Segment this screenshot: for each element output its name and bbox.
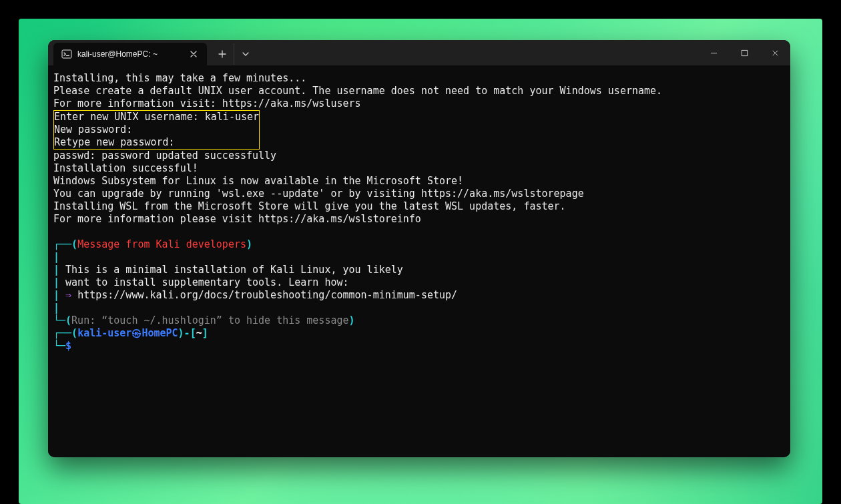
prompt-corner-icon: ┌──( [53,327,77,339]
kali-message-title: Message from Kali developers [77,238,246,250]
close-button[interactable] [760,40,790,65]
output-line: passwd: password updated successfully [53,150,276,162]
output-line: New password: [54,123,132,136]
svg-rect-0 [62,50,71,58]
output-line: Installation successful! [53,162,198,174]
output-line: For more information please visit https:… [53,213,421,225]
window-buttons [698,40,790,65]
kali-message-url: https://www.kali.org/docs/troubleshootin… [77,289,457,301]
output-line: Please create a default UNIX user accoun… [53,85,662,97]
box-side-icon: | [53,289,59,301]
box-side-icon: | [53,276,59,288]
kali-message-line: want to install supplementary tools. Lea… [65,276,348,288]
minimize-button[interactable] [698,40,729,65]
prompt-user: kali-user [77,327,131,339]
box-corner-icon: └─( [53,314,71,326]
kali-message-line: This is a minimal installation of Kali L… [65,264,403,276]
prompt-corner-icon: └─ [53,340,65,352]
desktop: kali-user@HomePC: ~ [0,0,841,504]
output-line: Installing, this may take a few minutes.… [53,72,306,84]
output-line: Enter new UNIX username: kali-user [54,111,259,123]
output-line: Installing WSL from the Microsoft Store … [53,200,566,212]
output-line: For more information visit: https://aka.… [53,97,361,109]
at-icon: ㉿ [131,327,142,339]
box-side-icon: | [53,251,59,263]
maximize-button[interactable] [729,40,760,65]
box-corner-icon: ┌──( [53,238,77,250]
cursor[interactable] [71,340,77,352]
tab-dropdown-button[interactable] [234,43,256,65]
tab-controls [211,40,256,65]
output-line: Windows Subsystem for Linux is now avail… [53,175,463,187]
output-line: Retype new password: [54,136,175,148]
tab-close-button[interactable] [187,47,200,61]
hushlogin-hint: Run: “touch ~/.hushlogin” to hide this m… [71,314,348,326]
terminal-window: kali-user@HomePC: ~ [48,40,790,457]
titlebar: kali-user@HomePC: ~ [48,40,790,65]
box-side-icon: | [53,302,59,314]
prompt-host: HomePC [142,327,178,339]
terminal-icon [61,49,72,59]
terminal-content[interactable]: Installing, this may take a few minutes.… [48,65,790,457]
output-line: You can upgrade by running 'wsl.exe --up… [53,188,584,200]
arrow-icon: ⇒ [65,289,71,301]
highlight-box: Enter new UNIX username: kali-user New p… [53,110,260,150]
svg-rect-2 [742,50,747,55]
tab-active[interactable]: kali-user@HomePC: ~ [53,43,207,65]
new-tab-button[interactable] [211,43,234,65]
prompt-symbol: $ [65,340,71,352]
prompt-path: ~ [196,327,202,339]
tab-title: kali-user@HomePC: ~ [77,49,158,59]
box-side-icon: | [53,264,59,276]
